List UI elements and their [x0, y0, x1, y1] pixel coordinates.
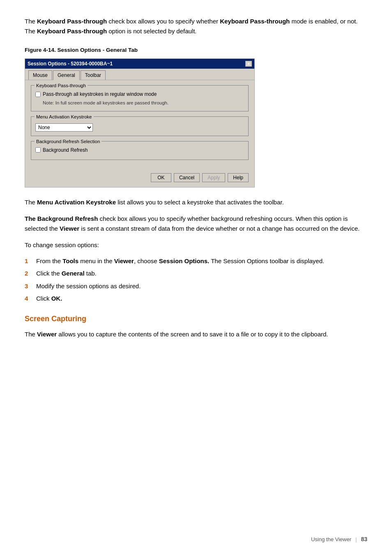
step-1: 1 From the Tools menu in the Viewer, cho… — [25, 257, 367, 266]
page-footer: Using the Viewer | 83 — [311, 535, 367, 544]
passthrough-label: Pass-through all keystrokes in regular w… — [43, 90, 157, 98]
screen-capturing-para: The Viewer allows you to capture the con… — [25, 329, 367, 339]
step-3-number: 3 — [25, 282, 31, 291]
step-2: 2 Click the General tab. — [25, 269, 367, 278]
figure-caption: Figure 4-14. Session Options - General T… — [25, 46, 367, 54]
menu-activation-group: Menu Activation Keystroke None F1 F2 Alt… — [31, 116, 249, 136]
bold-keyboard-passthrough-2: Keyboard Pass-through — [220, 18, 290, 25]
background-refresh-label: Background Refresh — [43, 146, 88, 154]
intro-paragraph: The Keyboard Pass-through check box allo… — [25, 16, 367, 36]
cancel-button[interactable]: Cancel — [174, 173, 200, 182]
bold-keyboard-passthrough-3: Keyboard Pass-through — [37, 28, 107, 35]
session-options-dialog: Session Options - 520394-0000BA~1 × Mous… — [25, 58, 255, 187]
keyboard-passthrough-content: Pass-through all keystrokes in regular w… — [35, 90, 244, 107]
step-1-number: 1 — [25, 257, 31, 266]
background-refresh-checkbox[interactable] — [35, 147, 41, 153]
bold-ok: OK. — [51, 295, 62, 302]
menu-activation-content: None F1 F2 Alt Ctrl — [35, 123, 244, 132]
footer-page: 83 — [361, 535, 367, 544]
dialog-tabs: Mouse General Toolbar — [25, 69, 254, 80]
step-4: 4 Click OK. — [25, 294, 367, 303]
passthrough-checkbox[interactable] — [35, 92, 41, 97]
bold-background-refresh: The Background Refresh — [25, 215, 98, 222]
passthrough-note: Note: In full screen mode all keystrokes… — [43, 100, 244, 107]
menu-activation-para: The Menu Activation Keystroke list allow… — [25, 197, 367, 207]
steps-list: 1 From the Tools menu in the Viewer, cho… — [25, 257, 367, 303]
keyboard-passthrough-group: Keyboard Pass-through Pass-through all k… — [31, 85, 249, 111]
dialog-title: Session Options - 520394-0000BA~1 — [28, 60, 113, 67]
menu-activation-dropdown[interactable]: None F1 F2 Alt Ctrl — [35, 123, 93, 132]
change-options-intro: To change session options: — [25, 240, 367, 250]
tab-mouse[interactable]: Mouse — [28, 70, 52, 80]
dialog-close-button[interactable]: × — [245, 61, 252, 67]
background-refresh-title: Background Refresh Selection — [35, 138, 101, 145]
step-3: 3 Modify the session options as desired. — [25, 282, 367, 291]
tab-general[interactable]: General — [53, 70, 80, 80]
background-refresh-group: Background Refresh Selection Background … — [31, 141, 249, 160]
footer-divider: | — [355, 535, 357, 544]
bold-tools: Tools — [62, 257, 78, 264]
bold-general: General — [62, 270, 85, 277]
tab-toolbar[interactable]: Toolbar — [81, 70, 106, 80]
step-1-text: From the Tools menu in the Viewer, choos… — [36, 257, 324, 266]
step-3-text: Modify the session options as desired. — [36, 282, 141, 291]
footer-label: Using the Viewer — [311, 535, 351, 544]
background-refresh-content: Background Refresh — [35, 146, 244, 154]
screen-capturing-heading: Screen Capturing — [25, 313, 367, 324]
step-2-number: 2 — [25, 269, 31, 278]
passthrough-checkbox-row: Pass-through all keystrokes in regular w… — [35, 90, 244, 98]
step-4-number: 4 — [25, 294, 31, 303]
keyboard-passthrough-title: Keyboard Pass-through — [35, 82, 88, 89]
step-4-text: Click OK. — [36, 294, 62, 303]
step-2-text: Click the General tab. — [36, 269, 97, 278]
bold-keyboard-passthrough-1: Keyboard Pass-through — [37, 18, 107, 25]
bold-viewer-2: Viewer — [114, 257, 134, 264]
menu-activation-title: Menu Activation Keystroke — [35, 114, 94, 120]
bold-session-options: Session Options. — [159, 257, 210, 264]
ok-button[interactable]: OK — [151, 173, 171, 182]
dialog-titlebar: Session Options - 520394-0000BA~1 × — [25, 59, 254, 69]
help-button[interactable]: Help — [228, 173, 249, 182]
apply-button[interactable]: Apply — [202, 173, 225, 182]
bold-menu-activation: Menu Activation Keystroke — [37, 199, 116, 206]
bold-viewer-3: Viewer — [37, 331, 57, 338]
background-refresh-row: Background Refresh — [35, 146, 244, 154]
bold-viewer-1: Viewer — [60, 225, 79, 232]
dialog-content: Keyboard Pass-through Pass-through all k… — [25, 80, 254, 169]
dialog-buttons: OK Cancel Apply Help — [25, 170, 254, 187]
background-refresh-para: The Background Refresh check box allows … — [25, 214, 367, 234]
